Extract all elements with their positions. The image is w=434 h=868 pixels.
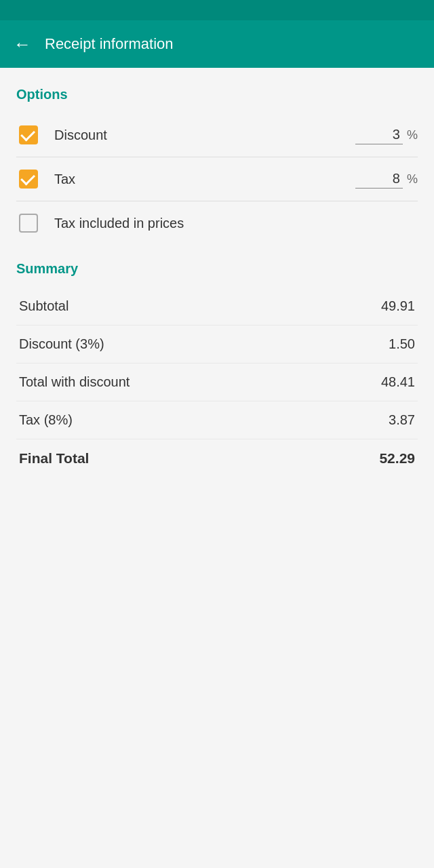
discount-summary-label: Discount (3%) [19,336,104,352]
discount-input[interactable] [355,125,403,144]
tax-included-label: Tax included in prices [54,216,418,231]
options-section: Options Discount % Tax % [16,87,418,245]
tax-row: Tax % [16,157,418,201]
discount-input-wrapper: % [355,125,418,144]
summary-section: Summary Subtotal 49.91 Discount (3%) 1.5… [16,261,418,477]
discount-summary-row: Discount (3%) 1.50 [16,326,418,363]
tax-checkbox[interactable] [16,167,41,191]
subtotal-label: Subtotal [19,298,68,314]
subtotal-value: 49.91 [381,298,415,314]
tax-input[interactable] [355,170,403,189]
final-total-label: Final Total [19,450,89,467]
header: ← Receipt information [0,20,434,68]
tax-summary-value: 3.87 [389,412,415,428]
tax-label: Tax [54,172,342,187]
summary-section-title: Summary [16,261,418,277]
total-with-discount-value: 48.41 [381,374,415,390]
discount-checkbox[interactable] [16,123,41,147]
tax-summary-label: Tax (8%) [19,412,73,428]
tax-input-wrapper: % [355,170,418,189]
discount-row: Discount % [16,113,418,157]
tax-included-row: Tax included in prices [16,201,418,245]
back-icon[interactable]: ← [14,34,31,55]
header-title: Receipt information [45,35,174,53]
total-with-discount-label: Total with discount [19,374,130,390]
subtotal-row: Subtotal 49.91 [16,288,418,326]
tax-included-checkbox[interactable] [16,211,41,235]
discount-label: Discount [54,127,342,143]
total-with-discount-row: Total with discount 48.41 [16,363,418,401]
tax-summary-row: Tax (8%) 3.87 [16,401,418,439]
discount-percent-symbol: % [407,128,418,142]
final-total-row: Final Total 52.29 [16,439,418,477]
tax-percent-symbol: % [407,172,418,186]
discount-summary-value: 1.50 [389,336,415,352]
status-bar [0,0,434,20]
options-section-title: Options [16,87,418,102]
final-total-value: 52.29 [379,450,415,467]
